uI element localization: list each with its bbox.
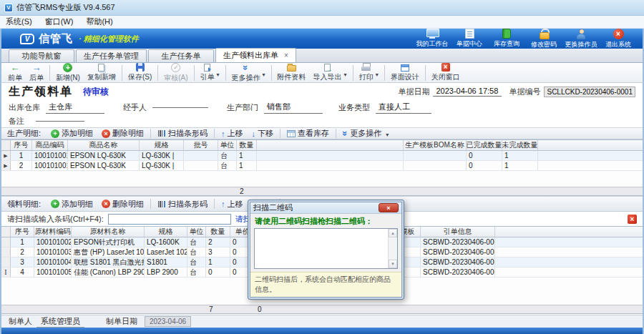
- production-scan-barcode-button[interactable]: 扫描条形码: [153, 128, 212, 139]
- column-header[interactable]: 序号: [11, 227, 34, 237]
- header-fields-row: 出库仓库 主仓库 经手人 生产部门 销售部 业务类型 直接人工: [1, 100, 643, 114]
- production-view-stock-button[interactable]: 查看库存: [283, 128, 333, 139]
- production-delete-row-button[interactable]: 删除明细: [97, 128, 148, 139]
- column-header[interactable]: 原材料编码: [34, 227, 72, 237]
- production-move-down-button[interactable]: 下移: [248, 128, 278, 139]
- close-red-icon: [441, 63, 450, 72]
- menu-help[interactable]: 帮助(H): [86, 16, 112, 27]
- workbench-monitor-icon: [426, 29, 438, 39]
- import-export-button[interactable]: 导入导出: [310, 63, 351, 83]
- plus-circle-icon: [63, 63, 72, 72]
- menu-system[interactable]: 系统(S): [6, 16, 32, 27]
- dropdown-caret-icon: [386, 129, 389, 138]
- document-center-icon: [465, 29, 474, 39]
- production-details-toolbar: 生产明细: 添加明细 删除明细 扫描条形码 上移 下移 查看库存 更多操作: [1, 127, 643, 139]
- app-window: V 信管飞RMS专业版 V9.4.567 系统(S) 窗口(W) 帮助(H) V…: [0, 0, 644, 334]
- document-title: 生产领料单: [9, 84, 73, 99]
- column-header[interactable]: 数量: [237, 140, 257, 150]
- production-move-up-button[interactable]: 上移: [217, 128, 248, 139]
- material-delete-row-button[interactable]: 删除明细: [97, 199, 148, 210]
- maker-bar: 制单人 系统管理员 制单日期 2023-04-06: [1, 315, 643, 328]
- column-header[interactable]: 序号: [11, 140, 32, 150]
- scroll-down-icon[interactable]: [389, 260, 397, 268]
- column-header[interactable]: 原材料名称: [72, 227, 145, 237]
- doc-no-value: SCLLCKD-20230406-0001: [544, 87, 635, 97]
- pull-order-button[interactable]: 引单: [197, 63, 223, 83]
- dialog-close-button[interactable]: ×: [379, 203, 399, 212]
- scrollbar[interactable]: [388, 229, 397, 268]
- scroll-up-icon[interactable]: [389, 229, 397, 237]
- production-grid-header: 序号 商品编码 商品名称 规格 批号 单位 数量 生产模板BOM名称 已完成数量…: [1, 140, 643, 151]
- column-header[interactable]: 生产模板BOM名称: [404, 140, 467, 150]
- new-doc-button[interactable]: 新增(N): [52, 62, 84, 84]
- tab-production-material-outbound[interactable]: 生产领料出库单 ×: [215, 48, 296, 62]
- column-header[interactable]: 批号: [184, 140, 218, 150]
- attachments-button[interactable]: 附件资料: [274, 62, 310, 83]
- column-header[interactable]: 引单信息: [421, 227, 495, 237]
- quick-action-document-center[interactable]: 单据中心: [451, 29, 488, 49]
- document-header: 生产领料单 待审核 单据日期 2023-04-06 17:58 单据编号 SCL…: [1, 83, 643, 100]
- column-header[interactable]: 已完成数量: [467, 140, 502, 150]
- dialog-titlebar[interactable]: 扫描二维码 ×: [250, 202, 401, 214]
- column-header[interactable]: 商品编码: [32, 140, 68, 150]
- material-add-row-button[interactable]: 添加明细: [47, 199, 97, 210]
- save-button[interactable]: 保存(S): [125, 62, 155, 83]
- column-header[interactable]: [257, 140, 404, 150]
- business-type-field[interactable]: 直接人工: [376, 102, 431, 114]
- quick-action-exit-system[interactable]: 退出系统: [600, 29, 637, 49]
- row-pointer: [1, 257, 11, 267]
- column-header[interactable]: 未完成数量: [502, 140, 538, 150]
- column-header[interactable]: 规格: [140, 140, 184, 150]
- qrcode-scan-input[interactable]: [254, 228, 398, 269]
- production-add-row-button[interactable]: 添加明细: [47, 128, 97, 139]
- material-grid-summary: 7 0: [1, 305, 643, 313]
- double-chevron-down-icon: [243, 63, 248, 72]
- close-window-button[interactable]: 关闭窗口: [428, 62, 464, 83]
- material-move-up-button[interactable]: 上移: [217, 199, 248, 210]
- double-chevron-down-icon: [343, 129, 348, 138]
- audit-button[interactable]: 审核(A): [160, 62, 191, 84]
- copy-new-button[interactable]: 复制新增: [84, 63, 119, 83]
- floppy-save-icon: [136, 63, 145, 72]
- menu-window[interactable]: 窗口(W): [45, 16, 74, 27]
- table-row[interactable]: ▶ 2 100101001 EPSON LQ-630K LQ-630K | 台 …: [1, 161, 643, 171]
- tab-close-icon[interactable]: ×: [284, 51, 288, 59]
- arrow-up-icon: [221, 200, 225, 208]
- status-badge: 待审核: [83, 86, 109, 98]
- import-export-icon: [324, 64, 331, 72]
- column-header[interactable]: 数量: [206, 227, 230, 237]
- table-row[interactable]: ▶ 1 100101001 EPSON LQ-630K LQ-630K | 台 …: [1, 151, 643, 161]
- column-header[interactable]: 商品名称: [68, 140, 140, 150]
- warehouse-field[interactable]: 主仓库: [46, 102, 104, 114]
- material-scan-barcode-button[interactable]: 扫描条形码: [153, 199, 212, 210]
- document-area: 生产领料单 待审核 单据日期 2023-04-06 17:58 单据编号 SCL…: [0, 83, 644, 328]
- quick-action-switch-operator[interactable]: 更换操作员: [562, 29, 600, 49]
- create-date-label: 制单日期: [106, 316, 137, 327]
- doc-date-value[interactable]: 2023-04-06 17:58: [433, 87, 502, 97]
- more-actions-button[interactable]: 更多操作: [228, 62, 269, 84]
- next-doc-button[interactable]: 后单: [26, 62, 47, 84]
- dropdown-caret-icon: [376, 67, 379, 79]
- remark-label: 备注: [9, 116, 24, 127]
- column-header[interactable]: 单位: [187, 227, 206, 237]
- quick-action-inventory-query[interactable]: 库存查询: [488, 29, 525, 49]
- window-titlebar[interactable]: V 信管飞RMS专业版 V9.4.567: [0, 0, 644, 16]
- tab-production-task[interactable]: 生产任务单: [148, 49, 214, 62]
- remark-field[interactable]: [36, 120, 84, 122]
- print-button[interactable]: 打印: [356, 62, 382, 83]
- production-dept-field[interactable]: 销售部: [264, 102, 323, 114]
- qty-total: 7: [209, 305, 213, 314]
- barcode-panel-close-button[interactable]: ×: [628, 215, 637, 224]
- column-header[interactable]: 规格: [145, 227, 187, 237]
- tab-production-task-mgmt[interactable]: 生产任务单管理: [76, 49, 147, 62]
- quick-action-workbench[interactable]: 我的工作台: [414, 29, 451, 49]
- prev-doc-button[interactable]: 前单: [4, 62, 26, 84]
- production-more-button[interactable]: 更多操作: [338, 128, 393, 139]
- ui-design-button[interactable]: 界面设计: [387, 62, 423, 83]
- handler-field[interactable]: [152, 107, 208, 108]
- quick-action-change-password[interactable]: 修改密码: [525, 29, 562, 49]
- edit-cursor-marker: I: [1, 267, 11, 277]
- barcode-input[interactable]: [108, 214, 231, 225]
- column-header[interactable]: 单位: [218, 140, 237, 150]
- tab-function-nav[interactable]: 功能导航窗: [9, 49, 74, 62]
